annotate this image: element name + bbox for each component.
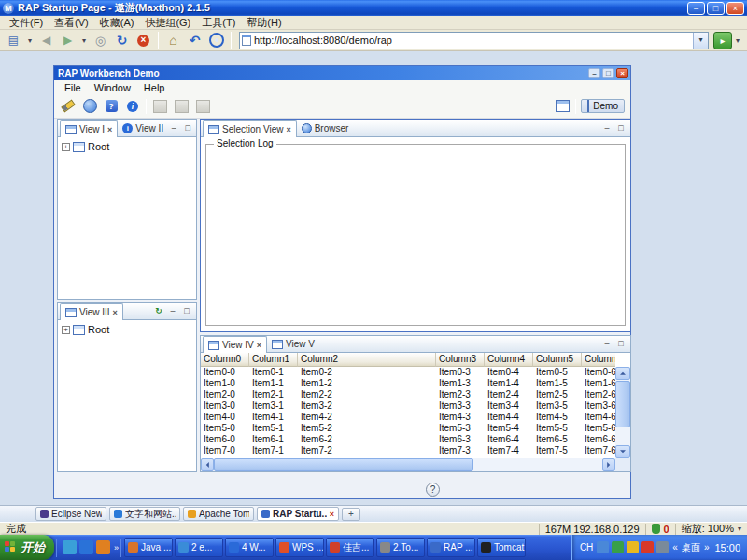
download-icon[interactable]: [627, 541, 639, 553]
language-indicator[interactable]: CH: [580, 542, 593, 553]
home-button[interactable]: [163, 32, 183, 49]
window-minimize-button[interactable]: [687, 2, 705, 15]
tab-view-iii[interactable]: View III×: [60, 303, 123, 320]
table-row[interactable]: Item2-0Item2-1Item2-2Item2-3Item2-4Item2…: [201, 389, 615, 400]
tab-view-v[interactable]: View V: [267, 336, 319, 352]
tree-item[interactable]: +Root: [58, 137, 196, 152]
workbench-menu-item[interactable]: File: [58, 82, 88, 93]
expand-icon[interactable]: +: [62, 326, 70, 334]
browser-menu-item[interactable]: 工具(T): [196, 16, 241, 30]
help-button[interactable]: ?: [426, 483, 440, 497]
close-tab-icon[interactable]: ×: [113, 308, 118, 317]
minimize-view-icon[interactable]: –: [167, 306, 178, 317]
minimize-view-icon[interactable]: –: [601, 339, 613, 350]
window-close-button[interactable]: [726, 2, 744, 15]
taskbar-button-tab[interactable]: 佳吉...: [326, 538, 374, 557]
refresh-button[interactable]: [112, 32, 132, 49]
table-row[interactable]: Item4-0Item4-1Item4-2Item4-3Item4-4Item4…: [201, 412, 615, 423]
column-header[interactable]: Column2: [298, 353, 436, 367]
column-header[interactable]: Column0: [201, 353, 249, 367]
vertical-scrollbar[interactable]: [615, 367, 630, 458]
expand-icon[interactable]: +: [62, 143, 70, 151]
tab-view-i[interactable]: View I×: [60, 120, 118, 137]
go-button[interactable]: ▸: [713, 32, 732, 49]
tree-item[interactable]: +Root: [58, 320, 196, 335]
tab-browser[interactable]: Browser: [297, 120, 354, 136]
workbench-minimize-button[interactable]: [588, 68, 600, 78]
page-tab-apache-tom[interactable]: Apache Tom...: [183, 507, 254, 521]
taskbar-button-2-to[interactable]: 2.To...: [376, 538, 425, 557]
maximize-view-icon[interactable]: □: [181, 306, 192, 317]
message-icon[interactable]: [641, 541, 654, 553]
desktop-toolbar[interactable]: 桌面: [682, 541, 700, 554]
start-button[interactable]: 开始: [0, 535, 54, 560]
maxthon-icon[interactable]: [96, 540, 110, 554]
history-button[interactable]: [206, 32, 226, 49]
new-page-dropdown[interactable]: [25, 32, 35, 49]
column-header[interactable]: Column5: [533, 353, 582, 367]
scroll-down-icon[interactable]: [615, 445, 630, 458]
workbench-close-button[interactable]: [616, 68, 628, 78]
browser-menu-item[interactable]: 快捷组(G): [139, 16, 196, 30]
taskbar-button-2-e[interactable]: 2 e...: [175, 538, 223, 557]
network-icon[interactable]: [656, 541, 669, 553]
column-header[interactable]: Column1: [249, 353, 298, 367]
page-tab-tab[interactable]: 文字和网站...: [109, 507, 180, 521]
table-row[interactable]: Item5-0Item5-1Item5-2Item5-3Item5-4Item5…: [201, 423, 615, 434]
browser-menu-item[interactable]: 收藏(A): [94, 16, 140, 30]
scroll-left-icon[interactable]: [201, 458, 214, 471]
address-dropdown-icon[interactable]: ▾: [693, 33, 708, 49]
browser-titlebar[interactable]: M RAP Startup Page - 遨游(Maxthon) 2.1.5: [0, 0, 747, 16]
close-tab-icon[interactable]: ×: [257, 341, 261, 350]
view-refresh-icon[interactable]: ↻: [153, 306, 164, 317]
scrollbar-thumb[interactable]: [214, 458, 473, 471]
open-perspective-icon[interactable]: [554, 98, 571, 115]
minimize-view-icon[interactable]: –: [168, 123, 179, 134]
search-button[interactable]: [60, 98, 77, 115]
new-page-button[interactable]: [4, 32, 23, 49]
new-tab-button[interactable]: +: [342, 508, 360, 521]
ie-icon[interactable]: [79, 540, 93, 554]
table-row[interactable]: Item7-0Item7-1Item7-2Item7-3Item7-4Item7…: [201, 445, 615, 456]
table-row[interactable]: Item3-0Item3-1Item3-2Item3-3Item3-4Item3…: [201, 400, 615, 412]
workbench-maximize-button[interactable]: [602, 68, 614, 78]
workbench-menu-item[interactable]: Window: [88, 82, 137, 93]
show-desktop-icon[interactable]: [63, 540, 77, 554]
pause-button[interactable]: [91, 32, 110, 49]
taskbar-button-4-w[interactable]: 4 W...: [225, 538, 274, 557]
table-row[interactable]: Item1-0Item1-1Item1-2Item1-3Item1-4Item1…: [201, 378, 615, 389]
forward-button[interactable]: [58, 32, 78, 49]
quick-launch-more-icon[interactable]: »: [114, 543, 119, 553]
desktop-expand-icon[interactable]: »: [704, 542, 710, 553]
browser-menu-item[interactable]: 查看(V): [49, 16, 94, 30]
column-header[interactable]: Column3: [436, 353, 485, 367]
scroll-up-icon[interactable]: [615, 367, 630, 380]
address-bar[interactable]: http://localhost:8080/demo/rap ▾: [239, 32, 709, 49]
volume-icon[interactable]: [597, 541, 609, 553]
address-input[interactable]: http://localhost:8080/demo/rap: [254, 35, 693, 46]
maximize-view-icon[interactable]: □: [615, 339, 627, 350]
close-tab-icon[interactable]: ×: [330, 510, 334, 519]
tab-view-ii[interactable]: View II: [118, 120, 168, 136]
info-button[interactable]: [124, 98, 141, 115]
go-dropdown-icon[interactable]: ▾: [732, 36, 743, 45]
tray-collapse-icon[interactable]: «: [672, 542, 678, 553]
undo-button[interactable]: [185, 32, 204, 49]
maximize-view-icon[interactable]: □: [182, 123, 193, 134]
back-button[interactable]: [36, 32, 56, 49]
zoom-panel[interactable]: 缩放: 100% ▾: [675, 524, 747, 535]
horizontal-scrollbar[interactable]: [201, 458, 615, 471]
help-button[interactable]: [103, 98, 120, 115]
browser-menu-item[interactable]: 帮助(H): [241, 16, 287, 30]
column-header[interactable]: Column6: [582, 353, 615, 367]
tab-view-iv[interactable]: View IV×: [203, 336, 267, 353]
workbench-titlebar[interactable]: RAP Workbench Demo: [54, 66, 630, 80]
column-header[interactable]: Column4: [485, 353, 533, 367]
minimize-view-icon[interactable]: –: [601, 123, 613, 134]
window-maximize-button[interactable]: [707, 2, 725, 15]
browser-button[interactable]: [81, 98, 98, 115]
zoom-dropdown-icon[interactable]: ▾: [738, 525, 741, 533]
tab-selection-view[interactable]: Selection View×: [203, 120, 297, 137]
perspective-demo-button[interactable]: Demo: [581, 99, 625, 113]
close-tab-icon[interactable]: ×: [107, 125, 112, 134]
